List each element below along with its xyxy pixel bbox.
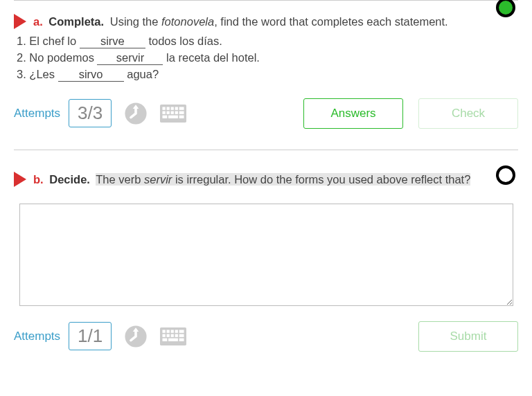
- svg-rect-11: [175, 111, 178, 114]
- instruction-pre: Using the: [110, 15, 161, 28]
- svg-rect-25: [167, 334, 170, 336]
- part-letter: a.: [33, 15, 43, 28]
- q3-pre: 3. ¿Les: [17, 68, 58, 80]
- svg-rect-23: [179, 330, 184, 332]
- svg-rect-13: [163, 115, 168, 118]
- svg-rect-20: [167, 330, 170, 332]
- question-1: 1. El chef lo sirve todos los días.: [17, 35, 518, 48]
- instruction-post: , find the word that completes each stat…: [214, 15, 448, 28]
- highlighted-instruction: The verb servir is irregular. How do the…: [96, 173, 470, 186]
- svg-rect-31: [179, 338, 184, 341]
- svg-rect-21: [171, 330, 174, 332]
- svg-rect-15: [179, 115, 184, 118]
- svg-rect-27: [175, 334, 178, 336]
- svg-rect-9: [167, 111, 170, 114]
- prompt-a: a. Completa. Using the fotonovela, find …: [14, 13, 518, 30]
- q1-pre: 1. El chef lo: [17, 35, 80, 47]
- attempts-count: 1/1: [69, 322, 112, 350]
- attempts-count: 3/3: [69, 99, 112, 127]
- exercise-b: b. Decide. The verb servir is irregular.…: [14, 150, 518, 368]
- svg-rect-12: [179, 111, 184, 114]
- q2-pre: 2. No podemos: [17, 51, 97, 64]
- question-2: 2. No podemos servir la receta del hotel…: [17, 51, 518, 65]
- svg-rect-10: [171, 111, 174, 114]
- submit-button[interactable]: Submit: [418, 321, 518, 352]
- svg-rect-26: [171, 334, 174, 336]
- answer-textarea[interactable]: [19, 204, 513, 306]
- svg-rect-6: [175, 107, 178, 109]
- toolbar-a: Attempts 3/3 Answers Check: [14, 98, 518, 145]
- exercise-a: a. Completa. Using the fotonovela, find …: [14, 0, 518, 145]
- q3-blank[interactable]: sirvo: [58, 68, 124, 82]
- refresh-icon[interactable]: [123, 324, 149, 349]
- svg-rect-29: [163, 338, 168, 341]
- toolbar-b: Attempts 1/1 Submit: [14, 321, 518, 368]
- svg-rect-24: [163, 334, 166, 336]
- attempts-label: Attempts: [14, 330, 60, 343]
- prompt-b: b. Decide. The verb servir is irregular.…: [14, 171, 518, 188]
- play-icon[interactable]: [14, 14, 26, 29]
- q3-post: agua?: [124, 68, 159, 80]
- check-button: Check: [418, 98, 518, 129]
- status-incomplete-icon: [496, 165, 515, 185]
- part-title: Decide.: [49, 173, 90, 186]
- q1-post: todos los días.: [145, 35, 222, 47]
- refresh-icon[interactable]: [123, 101, 149, 126]
- answers-button[interactable]: Answers: [303, 98, 403, 129]
- svg-rect-4: [167, 107, 170, 109]
- svg-rect-19: [163, 330, 166, 332]
- q2-post: la receta del hotel.: [163, 51, 259, 64]
- svg-rect-5: [171, 107, 174, 109]
- svg-rect-7: [179, 107, 184, 109]
- svg-rect-22: [175, 330, 178, 332]
- svg-rect-3: [163, 107, 166, 109]
- play-icon[interactable]: [14, 172, 26, 187]
- q2-blank[interactable]: servir: [97, 51, 163, 65]
- q1-blank[interactable]: sirve: [80, 35, 145, 48]
- svg-rect-30: [168, 338, 178, 341]
- svg-rect-14: [168, 115, 178, 118]
- svg-rect-28: [179, 334, 184, 336]
- question-3: 3. ¿Les sirvo agua?: [17, 68, 518, 82]
- part-title: Completa.: [48, 15, 104, 28]
- attempts-label: Attempts: [14, 107, 60, 120]
- part-letter: b.: [33, 173, 44, 186]
- keyboard-icon[interactable]: [160, 324, 186, 349]
- instruction-italic: fotonovela: [161, 15, 214, 28]
- keyboard-icon[interactable]: [160, 101, 186, 126]
- svg-rect-8: [163, 111, 166, 114]
